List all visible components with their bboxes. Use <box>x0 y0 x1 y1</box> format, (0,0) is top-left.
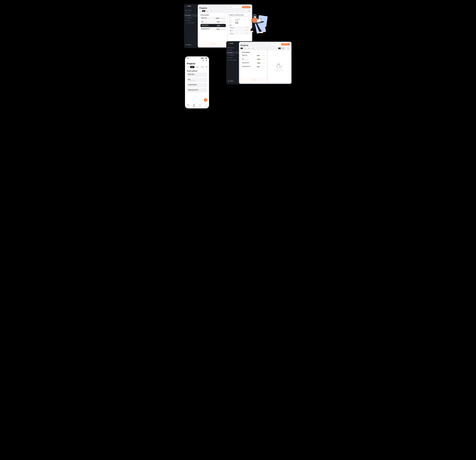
create-project-button[interactable]: Create new project <box>242 6 251 8</box>
tab-all[interactable]: all <box>187 66 190 68</box>
project-row[interactable]: Burger king13 tasks • 4 overdue+3Jul 17 … <box>242 54 266 57</box>
tab-onhold[interactable]: on hold <box>251 48 255 49</box>
tab-active[interactable]: active <box>202 10 205 12</box>
detail-fields: ClientLuminous Group Start dateJul 13, 2… <box>229 19 249 24</box>
nav-item-dashboard[interactable]: Dashboard <box>226 47 239 49</box>
bottomnav-projects[interactable]: Projects <box>191 104 197 107</box>
tab-active[interactable]: active <box>243 48 246 49</box>
create-project-fab[interactable]: + <box>204 98 207 102</box>
breadcrumb-home[interactable]: Home <box>241 43 242 44</box>
filter-button[interactable]: Filter <box>246 10 251 12</box>
task-row[interactable]: ID LG-2App iconmedium› <box>229 29 249 32</box>
breadcrumb-home[interactable]: Home <box>199 6 201 7</box>
svg-rect-70 <box>187 105 188 106</box>
user-name: James R <box>188 44 192 45</box>
project-row[interactable]: Zara13 tasks • 4 overdue +4 Jul 2 - Aug … <box>201 20 226 24</box>
breadcrumb-current: Projects <box>244 43 246 44</box>
project-meta: 13 tasks • 4 overdue <box>242 63 249 64</box>
tab-closed[interactable]: closed <box>247 48 250 49</box>
project-row[interactable]: Paramount pictures13 tasks • 4 overdue+7… <box>242 65 266 68</box>
svg-point-14 <box>186 20 186 20</box>
tab-all[interactable]: all <box>199 10 202 12</box>
project-row[interactable]: Luminous Group13 tasks • 4 overdue+4Jul … <box>242 61 266 65</box>
page-next-button[interactable]: › <box>265 52 266 53</box>
nav-label: Customer support <box>187 22 194 23</box>
nav-item-support[interactable]: Customer support <box>184 22 198 24</box>
nav-item-dashboard[interactable]: Dashboard <box>184 9 198 12</box>
tab-onhold[interactable]: on hold <box>200 66 205 68</box>
view-list-button[interactable]: list <box>278 48 281 49</box>
nav-item-settings[interactable]: Settings <box>184 19 198 22</box>
priority-badge: low <box>246 33 248 34</box>
view-all-link[interactable]: view all <box>232 25 234 25</box>
project-row[interactable]: Paramount pictures13 tasks • 4 overdue› <box>187 88 207 92</box>
breadcrumb-current: Projects <box>203 6 205 7</box>
more-options-button[interactable]: ••• <box>248 14 249 16</box>
search-input[interactable] <box>230 7 240 8</box>
button-label: Create new project <box>210 43 217 44</box>
nav-item-projects[interactable]: Projects <box>184 14 198 16</box>
page-prev-button[interactable]: ‹ <box>225 15 225 16</box>
project-row[interactable]: Paramount pictures13 tasks • 4 overdue +… <box>201 28 226 31</box>
search-input[interactable] <box>269 44 279 45</box>
chevron-right-icon: › <box>248 27 249 28</box>
create-project-dashed-button[interactable]: +Create new project <box>201 42 226 45</box>
sort-button[interactable] <box>206 66 207 68</box>
nav-item-tasks[interactable]: Tasks <box>226 49 239 51</box>
avatar-more: +3 <box>219 18 220 19</box>
tab-onhold[interactable]: on hold <box>210 10 213 12</box>
project-name: Zara <box>201 21 207 22</box>
page-next-button[interactable]: › <box>226 15 226 16</box>
detail-value-start: Jul 13, 2022 <box>235 20 249 21</box>
svg-point-45 <box>228 57 229 58</box>
detail-value-members: +1 <box>235 23 249 24</box>
search-button[interactable] <box>203 60 204 61</box>
nav-item-tasks[interactable]: Tasks <box>184 12 198 14</box>
project-row-selected[interactable]: Luminous Group13 tasks • 4 overdue Jul 1… <box>201 24 226 27</box>
view-timeline-button[interactable]: timeline <box>280 48 285 49</box>
primary-nav: Dashboard Tasks Projects Notifications S… <box>184 9 198 24</box>
notifications-button[interactable] <box>205 60 207 61</box>
tasks-icon <box>185 12 187 13</box>
nav-item-support[interactable]: Customer support <box>226 59 239 61</box>
project-row[interactable]: Burger king13 tasks • 4 overdue +3 Jul 1… <box>201 17 226 20</box>
project-row[interactable]: Burger king13 tasks • 4 overdue› <box>187 73 207 77</box>
member-avatars: +4 <box>257 63 261 64</box>
svg-rect-39 <box>228 47 229 48</box>
filter-button[interactable]: Filter <box>286 48 290 49</box>
tab-active[interactable]: active <box>190 66 194 68</box>
task-row[interactable]: ID LG-1Landing pagehigh› <box>229 26 249 29</box>
project-row[interactable]: Zara13 tasks • 4 overdue+4Jul 2 - Aug 18 <box>242 58 266 61</box>
bottomnav-tasks[interactable]: Tasks <box>197 104 203 107</box>
user-menu[interactable]: James R Product manager ⌄ <box>226 79 239 83</box>
svg-point-74 <box>206 105 206 105</box>
tab-closed[interactable]: closed <box>206 10 209 12</box>
tab-closed[interactable]: closed <box>195 66 199 68</box>
search-field[interactable] <box>227 6 241 8</box>
nav-item-settings[interactable]: Settings <box>226 56 239 59</box>
search-field[interactable] <box>266 43 280 45</box>
nav-item-notifications[interactable]: Notifications <box>184 16 198 19</box>
create-project-button[interactable]: Create new project <box>281 43 290 45</box>
task-id: ID LG-1 <box>230 27 234 27</box>
gear-icon <box>185 20 187 21</box>
nav-item-notifications[interactable]: Notifications <box>226 54 239 56</box>
project-row[interactable]: Zara13 tasks • 4 overdue› <box>187 78 207 82</box>
task-row[interactable]: ID LG-3Illustrationslow› <box>229 32 249 35</box>
page-prev-button[interactable]: ‹ <box>265 52 265 53</box>
svg-line-32 <box>228 43 228 43</box>
create-project-dashed-button[interactable]: +Create new project <box>242 79 266 81</box>
svg-point-61 <box>206 60 207 60</box>
nav-item-projects[interactable]: Projects <box>226 51 239 54</box>
svg-rect-40 <box>228 48 228 48</box>
bottomnav-profile[interactable]: Profile <box>203 104 209 107</box>
project-row[interactable]: Luminous Group13 tasks • 4 overdue› <box>187 83 207 87</box>
member-avatars: +2 <box>217 29 220 30</box>
bottomnav-dashboard[interactable]: Dashboard <box>185 104 191 107</box>
priority-badge: high <box>246 27 248 28</box>
tab-all[interactable]: all <box>241 48 243 49</box>
detail-label-client: Client <box>229 19 235 20</box>
project-dates: Jul 2 - Aug 18 <box>261 59 265 60</box>
filter-tabs: all active closed on hold list timeline … <box>241 48 290 49</box>
user-menu[interactable]: James R Product manager ⌄ <box>184 43 198 47</box>
